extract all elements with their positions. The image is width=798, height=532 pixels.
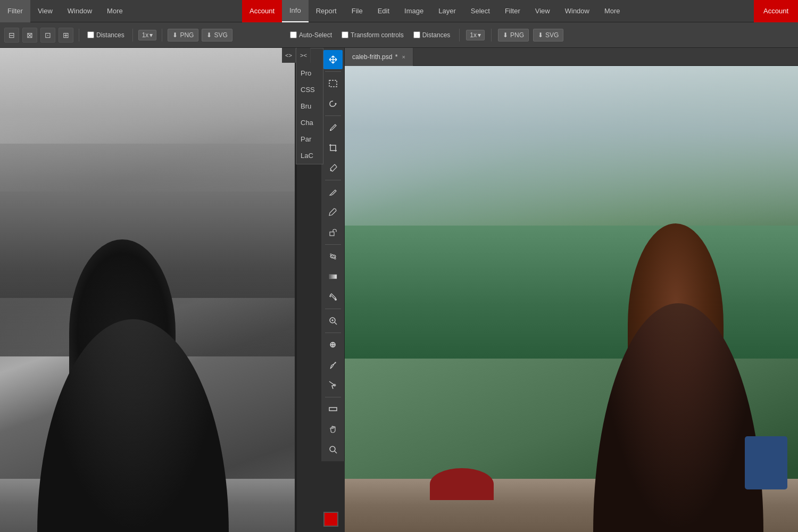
download-icon-right: ⬇ [503, 31, 508, 39]
expand-right-btn[interactable]: >< [297, 48, 311, 63]
tool-zoom[interactable] [323, 311, 343, 330]
menu-filter-left[interactable]: Filter [0, 0, 30, 22]
foreground-color-swatch[interactable] [323, 512, 338, 527]
menu-account-right[interactable]: Account [754, 0, 798, 22]
transform-controls-checkbox[interactable]: Transform controls [339, 30, 406, 40]
dropdown-bru[interactable]: Bru [296, 98, 323, 114]
tool-brush[interactable] [323, 118, 343, 137]
distribute-btn[interactable]: ⊞ [59, 28, 73, 43]
tab-close-btn[interactable]: × [402, 54, 405, 60]
tool-smudge[interactable] [323, 247, 343, 266]
tool-sep-6 [325, 332, 341, 333]
dropdown-cha[interactable]: Cha [296, 114, 323, 131]
svg-line-16 [335, 451, 337, 453]
menu-more-right[interactable]: More [597, 0, 628, 22]
align-left-btn[interactable]: ⊟ [4, 28, 19, 43]
collapse-left-icon: <> [285, 52, 292, 59]
tool-pencil[interactable] [323, 203, 343, 222]
png-export-btn-left[interactable]: ⬇ PNG [168, 29, 198, 41]
mountain-color [345, 226, 798, 359]
tab-filename: caleb-frith.psd * [352, 53, 397, 61]
fog-color [345, 66, 798, 226]
tool-sep-5 [325, 309, 341, 309]
auto-select-checkbox[interactable]: Auto-Select [287, 30, 335, 40]
svg-export-btn-right[interactable]: ⬇ SVG [533, 29, 563, 41]
sep1 [79, 29, 79, 41]
zoom-dropdown-left[interactable]: 1x ▾ [138, 30, 157, 40]
dropdown-css[interactable]: CSS [296, 81, 323, 98]
dropdown-par[interactable]: Par [296, 131, 323, 147]
menu-layer[interactable]: Layer [431, 0, 463, 22]
zoom-dropdown-right[interactable]: 1x ▾ [466, 30, 485, 40]
toolbar-left: ⊟ ⊠ ⊡ ⊞ Distances 1x ▾ ⬇ PNG ⬇ SVG [0, 22, 282, 48]
auto-select-check[interactable] [290, 31, 297, 38]
menu-window-right[interactable]: Window [558, 0, 597, 22]
menu-account-left[interactable]: Account [242, 0, 282, 22]
collapse-left-btn[interactable]: <> [282, 48, 296, 63]
download-svg-icon-left: ⬇ [206, 31, 212, 39]
menu-view-left[interactable]: View [30, 0, 60, 22]
tool-gradient[interactable] [323, 267, 343, 286]
dropdown-pro[interactable]: Pro [296, 65, 323, 81]
menu-file[interactable]: File [344, 0, 370, 22]
svg-point-15 [330, 446, 335, 452]
distances-checkbox-left[interactable]: Distances [85, 30, 127, 40]
svg-rect-14 [329, 408, 337, 411]
tool-search[interactable] [323, 440, 343, 459]
doc-tab-bar: caleb-frith.psd * × [345, 48, 798, 66]
download-svg-icon-right: ⬇ [538, 31, 543, 39]
svg-line-10 [335, 322, 337, 325]
align-center-btn[interactable]: ⊠ [22, 28, 37, 43]
toolbar-right: Auto-Select Transform controls Distances… [282, 22, 798, 48]
svg-point-6 [329, 253, 336, 260]
png-export-btn-right[interactable]: ⬇ PNG [498, 29, 529, 41]
tool-hand[interactable] [323, 420, 343, 439]
svg-point-8 [335, 298, 337, 301]
distances-check-right[interactable] [413, 31, 420, 38]
menu-image[interactable]: Image [397, 0, 431, 22]
tool-stamp[interactable] [323, 223, 343, 242]
distances-check-left[interactable] [87, 31, 94, 38]
tool-crop[interactable] [323, 138, 343, 157]
tool-text[interactable]: ⊕ [323, 335, 343, 354]
tool-pen[interactable] [323, 355, 343, 375]
hat-color [430, 468, 494, 500]
menu-edit[interactable]: Edit [370, 0, 397, 22]
doc-tab-caleb-frith[interactable]: caleb-frith.psd * × [345, 48, 413, 66]
svg-rect-4 [330, 232, 334, 236]
canvas-area[interactable] [345, 66, 798, 532]
menu-select[interactable]: Select [463, 0, 497, 22]
tool-eraser[interactable] [323, 182, 343, 202]
menu-more-left[interactable]: More [99, 0, 130, 22]
tools-panel: ⊕ [321, 48, 345, 461]
tool-lasso[interactable] [323, 94, 343, 113]
svg-export-btn-left[interactable]: ⬇ SVG [202, 29, 232, 41]
tool-select-rect[interactable] [323, 74, 343, 93]
sep-r2 [491, 29, 492, 41]
svg-point-1 [335, 103, 336, 105]
dropdown-lac[interactable]: LaC [296, 147, 323, 164]
tool-eyedropper[interactable] [323, 159, 343, 178]
menu-view-right[interactable]: View [528, 0, 558, 22]
expand-right-icon: >< [300, 52, 307, 59]
tool-sep-7 [325, 397, 341, 397]
sep-r1 [459, 29, 460, 41]
menu-report[interactable]: Report [309, 0, 344, 22]
tool-paint-bucket[interactable] [323, 287, 343, 306]
menu-filter-right[interactable]: Filter [497, 0, 528, 22]
download-icon-left: ⬇ [172, 31, 178, 39]
tool-sep-1 [325, 71, 341, 72]
align-right-btn[interactable]: ⊡ [40, 28, 55, 43]
distances-checkbox-right[interactable]: Distances [411, 30, 453, 40]
svg-rect-7 [329, 275, 337, 279]
chevron-down-icon-right: ▾ [478, 31, 481, 39]
tool-sep-4 [325, 244, 341, 245]
bag-color [745, 436, 787, 489]
menu-info[interactable]: Info [282, 0, 309, 22]
tool-move[interactable] [323, 50, 343, 69]
tool-shape[interactable] [323, 400, 343, 419]
svg-point-3 [330, 170, 331, 171]
transform-controls-check[interactable] [342, 31, 348, 38]
tool-path-select[interactable] [323, 376, 343, 395]
menu-window-left[interactable]: Window [60, 0, 99, 22]
